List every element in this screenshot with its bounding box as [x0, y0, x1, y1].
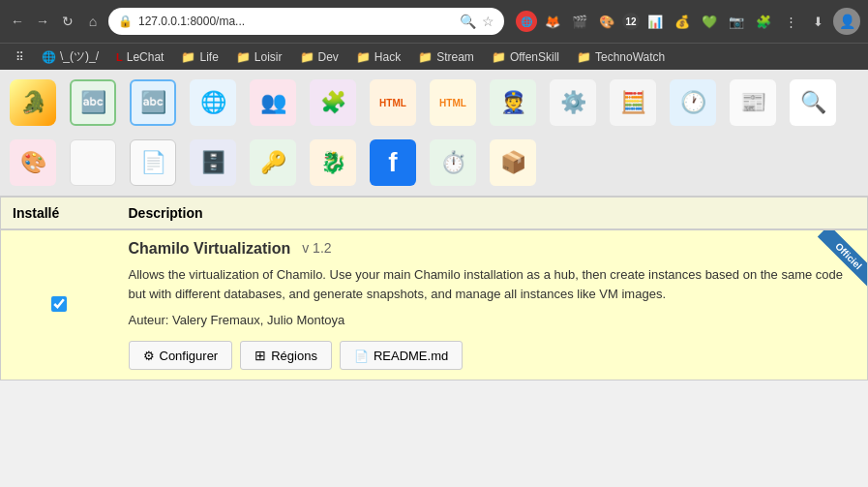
- bookmark-star-icon[interactable]: ☆: [482, 14, 494, 29]
- menu-dots-icon[interactable]: ⋮: [779, 10, 802, 33]
- bookmark-loisir-label: Loisir: [254, 50, 283, 64]
- bookmark-lechat[interactable]: L LeChat: [108, 48, 171, 66]
- app-icon-globe[interactable]: 🌐: [184, 74, 242, 132]
- folder-icon-life: 📁: [181, 50, 195, 64]
- app-icon-html2[interactable]: HTML: [424, 74, 482, 132]
- ext-icon-camera[interactable]: 📷: [725, 10, 748, 33]
- grid-icon: [254, 348, 266, 363]
- ext-icon-puzzle[interactable]: 🧩: [752, 10, 775, 33]
- bookmark-dev[interactable]: 📁 Dev: [292, 48, 346, 66]
- url-text: 127.0.0.1:8000/ma...: [138, 15, 454, 28]
- app-icon-package[interactable]: 📦: [484, 134, 542, 192]
- download-icon[interactable]: ⬇: [806, 10, 829, 33]
- app-icon-blank[interactable]: [64, 134, 122, 192]
- doc-icon: [354, 349, 369, 363]
- lock-icon: 🔒: [118, 15, 133, 28]
- apps-grid-icon: ⠿: [15, 50, 24, 64]
- bookmark-label: \_(ツ)_/: [60, 48, 99, 65]
- bookmark-loisir[interactable]: 📁 Loisir: [228, 48, 290, 66]
- plugin-actions: Configurer Régions README.md: [129, 341, 856, 370]
- profile-icon[interactable]: 👤: [833, 8, 860, 35]
- plugin-author: Auteur: Valery Fremaux, Julio Montoya: [129, 313, 856, 327]
- plugin-row: Officiel Chamilo Virtualization v 1.2 Al…: [1, 229, 868, 380]
- ext-count-badge: 12: [622, 13, 640, 30]
- bookmark-technowatch-label: TechnoWatch: [595, 50, 665, 64]
- app-icon-chamilo[interactable]: 🐊: [4, 74, 62, 132]
- regions-button[interactable]: Régions: [240, 341, 332, 370]
- bookmark-offenskill-label: OffenSkill: [510, 50, 559, 64]
- app-icon-police[interactable]: 👮: [484, 74, 542, 132]
- extension-icons: 🌐 🦊 🎬 🎨 12 📊 💰 💚 📷 🧩 ⋮ ⬇ 👤: [516, 8, 860, 35]
- ext-icon-3[interactable]: 🎬: [568, 10, 591, 33]
- lechat-icon: L: [116, 51, 123, 63]
- app-icon-puzzle[interactable]: 🧩: [304, 74, 362, 132]
- plugin-table: Installé Description Officiel Chamilo Vi…: [0, 197, 868, 380]
- bookmark-offenskill[interactable]: 📁 OffenSkill: [484, 48, 567, 66]
- folder-icon-hack: 📁: [356, 50, 371, 64]
- plugin-description-cell: Officiel Chamilo Virtualization v 1.2 Al…: [117, 229, 868, 380]
- app-icon-magnify[interactable]: 🔍: [784, 74, 842, 132]
- home-button[interactable]: ⌂: [83, 12, 103, 31]
- col-description-header: Description: [117, 198, 868, 230]
- bookmark-hack-label: Hack: [374, 50, 401, 64]
- bookmark-life[interactable]: 📁 Life: [173, 48, 225, 66]
- bookmark-lechat-label: LeChat: [127, 50, 165, 64]
- col-installed-header: Installé: [1, 198, 117, 230]
- back-button[interactable]: ←: [8, 12, 27, 31]
- app-icon-newspaper[interactable]: 📰: [724, 74, 782, 132]
- folder-icon-stream: 📁: [418, 50, 433, 64]
- bookmark-globe[interactable]: 🌐 \_(ツ)_/: [34, 46, 106, 67]
- configure-label: Configurer: [160, 349, 219, 363]
- forward-button[interactable]: →: [33, 12, 52, 31]
- configure-button[interactable]: Configurer: [129, 341, 233, 370]
- ext-icon-4[interactable]: 🎨: [595, 10, 618, 33]
- app-icon-html[interactable]: HTML: [364, 74, 422, 132]
- readme-button[interactable]: README.md: [340, 341, 463, 370]
- plugin-installed-cell: [1, 229, 117, 380]
- reload-button[interactable]: ↻: [58, 12, 77, 31]
- folder-icon-technowatch: 📁: [577, 50, 591, 64]
- gear-icon: [143, 349, 155, 363]
- plugin-header: Chamilo Virtualization v 1.2: [129, 240, 856, 258]
- search-icon[interactable]: 🔍: [460, 14, 476, 29]
- plugin-description: Allows the virtualization of Chamilo. Us…: [129, 265, 856, 303]
- main-content: Installé Description Officiel Chamilo Vi…: [0, 197, 868, 380]
- folder-icon-offenskill: 📁: [492, 50, 506, 64]
- bookmark-dev-label: Dev: [318, 50, 339, 64]
- app-icon-user-group[interactable]: 👥: [244, 74, 302, 132]
- bookmark-technowatch[interactable]: 📁 TechnoWatch: [569, 48, 673, 66]
- ext-icon-7[interactable]: 💚: [698, 10, 721, 33]
- app-icon-facebook[interactable]: f: [364, 134, 422, 192]
- bookmark-stream-label: Stream: [436, 50, 474, 64]
- ext-icon-2[interactable]: 🦊: [541, 10, 564, 33]
- bookmark-hack[interactable]: 📁 Hack: [348, 48, 408, 66]
- app-icon-game[interactable]: 🐉: [304, 134, 362, 192]
- app-icon-gear[interactable]: ⚙️: [544, 74, 602, 132]
- app-icon-palette[interactable]: 🎨: [4, 134, 62, 192]
- folder-icon-loisir: 📁: [236, 50, 251, 64]
- browser-nav-bar: ← → ↻ ⌂ 🔒 127.0.0.1:8000/ma... 🔍 ☆ 🌐 🦊 🎬…: [0, 0, 868, 43]
- bookmark-life-label: Life: [199, 50, 218, 64]
- app-icon-clock[interactable]: 🕐: [664, 74, 722, 132]
- plugin-version: v 1.2: [302, 240, 331, 256]
- bookmark-stream[interactable]: 📁 Stream: [410, 48, 482, 66]
- plugin-installed-checkbox[interactable]: [51, 296, 67, 312]
- ext-icon-1[interactable]: 🌐: [516, 11, 537, 32]
- app-icon-timer[interactable]: ⏱️: [424, 134, 482, 192]
- address-bar[interactable]: 🔒 127.0.0.1:8000/ma... 🔍 ☆: [108, 8, 504, 35]
- ext-icon-5[interactable]: 📊: [644, 10, 667, 33]
- globe-icon: 🌐: [42, 50, 56, 64]
- app-icon-abc1[interactable]: 🔤: [64, 74, 122, 132]
- app-icon-db[interactable]: 🗄️: [184, 134, 242, 192]
- folder-icon-dev: 📁: [300, 50, 314, 64]
- app-icon-key[interactable]: 🔑: [244, 134, 302, 192]
- regions-label: Régions: [271, 349, 317, 363]
- app-icons-toolbar: 🐊 🔤 🔤 🌐 👥 🧩 HTML HTML 👮 ⚙️ 🧮 🕐 📰 🔍 🎨: [0, 70, 868, 197]
- app-icon-doc[interactable]: 📄: [124, 134, 182, 192]
- readme-label: README.md: [374, 349, 448, 363]
- app-icon-calculator[interactable]: 🧮: [604, 74, 662, 132]
- official-ribbon: Officiel: [818, 230, 867, 288]
- ext-icon-6[interactable]: 💰: [671, 10, 694, 33]
- bookmark-apps-icon[interactable]: ⠿: [8, 48, 32, 66]
- app-icon-abc2[interactable]: 🔤: [124, 74, 182, 132]
